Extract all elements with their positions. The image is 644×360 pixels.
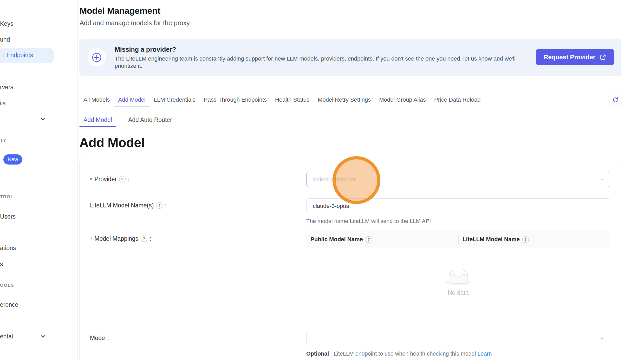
- tab-model-retry-settings[interactable]: Model Retry Settings: [314, 93, 375, 107]
- mode-select-input[interactable]: [307, 331, 610, 346]
- tab-llm-credentials[interactable]: LLM Credentials: [150, 93, 200, 107]
- model-mappings-label: * Model Mappings ? :: [90, 235, 151, 242]
- required-mark: *: [90, 176, 92, 184]
- model-name-field[interactable]: [306, 198, 610, 214]
- provider-label-text: Provider: [94, 176, 117, 183]
- required-mark: *: [90, 236, 92, 243]
- sidebar-item-guardrails[interactable]: ils: [0, 100, 6, 107]
- column-public-model-name: Public Model Name ?: [306, 231, 458, 248]
- plus-circle-icon: [88, 48, 106, 67]
- model-name-input[interactable]: [307, 199, 610, 214]
- page-subtitle: Add and manage models for the proxy: [80, 19, 190, 27]
- mappings-table-header: Public Model Name ? LiteLLM Model Name ?: [306, 231, 610, 248]
- model-name-helper: The model name LiteLLM will send to the …: [306, 218, 431, 225]
- tab-health-status[interactable]: Health Status: [271, 93, 314, 107]
- mode-helper-bold: Optional: [306, 351, 329, 357]
- missing-provider-banner: Missing a provider? The LiteLLM engineer…: [79, 39, 621, 76]
- label-colon: :: [128, 176, 129, 183]
- question-circle-icon[interactable]: ?: [366, 236, 372, 243]
- question-circle-icon[interactable]: ?: [522, 236, 529, 243]
- subtab-add-model[interactable]: Add Model: [79, 113, 116, 127]
- column-label: LiteLLM Model Name: [463, 236, 520, 243]
- add-model-subtabs: Add Model Add Auto Router: [79, 113, 621, 127]
- sidebar-item-teams[interactable]: s: [0, 261, 3, 268]
- column-litellm-model-name: LiteLLM Model Name ?: [458, 231, 610, 248]
- page-title: Model Management: [80, 6, 160, 16]
- sidebar-item-playground[interactable]: und: [0, 36, 10, 43]
- no-data-text: No data: [448, 289, 469, 296]
- mappings-empty-state: No data: [306, 248, 610, 317]
- model-name-label-text: LiteLLM Model Name(s): [90, 202, 154, 209]
- tab-price-data-reload[interactable]: Price Data Reload: [430, 93, 485, 107]
- learn-link[interactable]: Learn: [477, 351, 492, 357]
- add-model-heading: Add Model: [79, 135, 145, 150]
- refresh-icon: [612, 97, 619, 103]
- new-badge: New: [3, 154, 22, 165]
- column-divider: [458, 235, 459, 244]
- tab-add-model[interactable]: Add Model: [114, 93, 149, 107]
- provider-select-input[interactable]: [307, 172, 610, 187]
- mode-label: Mode :: [90, 335, 109, 342]
- model-name-label: LiteLLM Model Name(s) ? :: [90, 202, 167, 209]
- subtab-add-auto-router[interactable]: Add Auto Router: [124, 113, 176, 127]
- add-model-form-card: * Provider ? : LiteLLM Model Name(s) ? :…: [79, 159, 621, 360]
- model-mappings-label-text: Model Mappings: [94, 235, 138, 242]
- tab-all-models[interactable]: All Models: [79, 93, 114, 107]
- sidebar-item-organizations[interactable]: ations: [0, 245, 16, 252]
- tab-pass-through-endpoints[interactable]: Pass-Through Endpoints: [200, 93, 271, 107]
- inbox-icon: [445, 269, 471, 287]
- external-link-icon: [600, 54, 606, 61]
- sidebar-item-keys[interactable]: Keys: [0, 20, 13, 27]
- sidebar-item-users[interactable]: Users: [0, 213, 16, 220]
- chevron-down-icon[interactable]: [40, 115, 46, 122]
- sidebar-item-reference[interactable]: erence: [0, 301, 18, 308]
- sidebar-item-experimental[interactable]: ental: [0, 333, 13, 340]
- label-colon: :: [165, 202, 166, 209]
- column-label: Public Model Name: [310, 236, 363, 243]
- model-mappings-table: Public Model Name ? LiteLLM Model Name ?: [306, 231, 610, 317]
- label-colon: :: [149, 235, 151, 242]
- sidebar-item-label: + Endpoints: [1, 52, 33, 59]
- provider-label: * Provider ? :: [90, 175, 129, 183]
- sidebar-item-models-endpoints[interactable]: + Endpoints: [0, 48, 54, 63]
- tab-model-group-alias[interactable]: Model Group Alias: [375, 93, 430, 107]
- sidebar-divider: [77, 0, 78, 360]
- sidebar-section-header: TY: [0, 138, 6, 143]
- provider-select[interactable]: [306, 172, 610, 187]
- model-tabs: All Models Add Model LLM Credentials Pas…: [79, 93, 621, 107]
- sidebar-item-servers[interactable]: rvers: [0, 84, 13, 91]
- sidebar-section-header: OOLS: [0, 283, 14, 288]
- question-circle-icon[interactable]: ?: [156, 202, 162, 209]
- question-circle-icon[interactable]: ?: [119, 176, 126, 182]
- label-colon: :: [107, 335, 109, 342]
- chevron-down-icon[interactable]: [40, 333, 46, 340]
- banner-body: The LiteLLM engineering team is constant…: [115, 55, 527, 70]
- refresh-button[interactable]: [609, 94, 621, 106]
- banner-title: Missing a provider?: [115, 46, 176, 53]
- mode-helper: Optional - LiteLLM endpoint to use when …: [306, 351, 492, 357]
- sidebar-section-header: TROL: [0, 194, 14, 200]
- model-management-page: Keys und + Endpoints rvers ils TY New TR…: [0, 0, 644, 360]
- mode-helper-text: - LiteLLM endpoint to use when health ch…: [329, 351, 477, 357]
- request-provider-label: Request Provider: [544, 54, 595, 61]
- mode-label-text: Mode: [90, 335, 105, 342]
- request-provider-button[interactable]: Request Provider: [536, 49, 614, 65]
- question-circle-icon[interactable]: ?: [141, 235, 147, 242]
- mode-select[interactable]: [306, 331, 610, 346]
